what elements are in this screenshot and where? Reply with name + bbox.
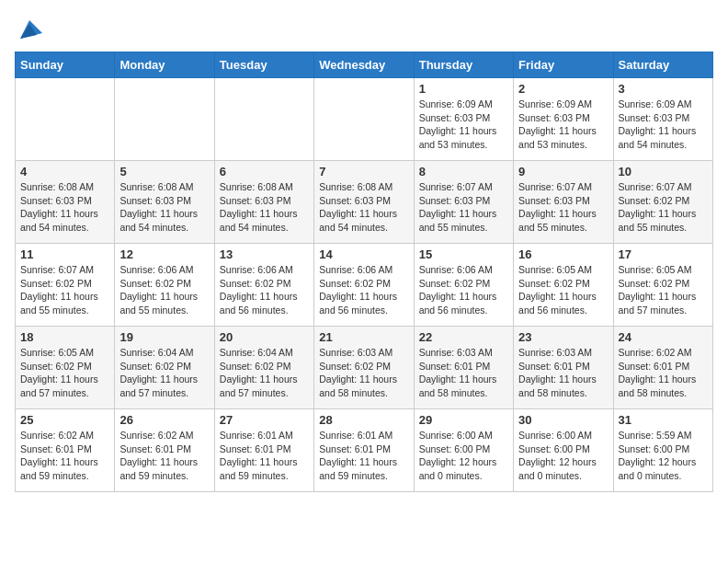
calendar-cell: 20Sunrise: 6:04 AMSunset: 6:02 PMDayligh… [214, 327, 313, 409]
calendar-cell: 13Sunrise: 6:06 AMSunset: 6:02 PMDayligh… [214, 244, 313, 327]
calendar-cell [16, 78, 115, 161]
day-info: Sunrise: 6:06 AMSunset: 6:02 PMDaylight:… [319, 263, 408, 317]
day-info: Sunrise: 6:08 AMSunset: 6:03 PMDaylight:… [20, 180, 109, 235]
calendar-week-row: 1Sunrise: 6:09 AMSunset: 6:03 PMDaylight… [16, 78, 713, 161]
day-number: 21 [319, 330, 408, 344]
day-number: 25 [20, 413, 109, 427]
day-info: Sunrise: 6:00 AMSunset: 6:00 PMDaylight:… [419, 429, 508, 483]
day-info: Sunrise: 6:08 AMSunset: 6:03 PMDaylight:… [220, 180, 309, 235]
calendar-cell: 10Sunrise: 6:07 AMSunset: 6:02 PMDayligh… [613, 161, 712, 244]
calendar-cell: 17Sunrise: 6:05 AMSunset: 6:02 PMDayligh… [613, 244, 712, 327]
day-number: 5 [119, 165, 209, 178]
day-info: Sunrise: 6:07 AMSunset: 6:03 PMDaylight:… [419, 180, 508, 235]
day-info: Sunrise: 6:03 AMSunset: 6:01 PMDaylight:… [518, 346, 608, 400]
day-number: 23 [518, 330, 608, 344]
calendar-cell: 5Sunrise: 6:08 AMSunset: 6:03 PMDaylight… [115, 161, 214, 244]
day-info: Sunrise: 6:03 AMSunset: 6:02 PMDaylight:… [319, 346, 408, 400]
day-info: Sunrise: 6:01 AMSunset: 6:01 PMDaylight:… [220, 429, 309, 483]
day-info: Sunrise: 6:07 AMSunset: 6:03 PMDaylight:… [518, 180, 608, 235]
calendar-cell: 14Sunrise: 6:06 AMSunset: 6:02 PMDayligh… [314, 244, 414, 327]
day-info: Sunrise: 6:08 AMSunset: 6:03 PMDaylight:… [119, 180, 209, 235]
weekday-header-row: SundayMondayTuesdayWednesdayThursdayFrid… [16, 52, 713, 78]
day-info: Sunrise: 6:05 AMSunset: 6:02 PMDaylight:… [619, 263, 708, 317]
calendar-cell: 27Sunrise: 6:01 AMSunset: 6:01 PMDayligh… [214, 409, 313, 492]
day-info: Sunrise: 6:08 AMSunset: 6:03 PMDaylight:… [319, 180, 408, 235]
calendar-cell: 1Sunrise: 6:09 AMSunset: 6:03 PMDaylight… [414, 78, 513, 161]
day-info: Sunrise: 6:02 AMSunset: 6:01 PMDaylight:… [119, 429, 209, 483]
day-info: Sunrise: 6:02 AMSunset: 6:01 PMDaylight:… [619, 346, 708, 400]
calendar-week-row: 25Sunrise: 6:02 AMSunset: 6:01 PMDayligh… [16, 409, 713, 492]
day-number: 1 [419, 82, 508, 96]
calendar-cell: 4Sunrise: 6:08 AMSunset: 6:03 PMDaylight… [16, 161, 115, 244]
calendar-cell: 7Sunrise: 6:08 AMSunset: 6:03 PMDaylight… [314, 161, 414, 244]
day-number: 10 [619, 165, 708, 178]
calendar-cell: 9Sunrise: 6:07 AMSunset: 6:03 PMDaylight… [514, 161, 613, 244]
day-number: 8 [419, 165, 508, 178]
day-info: Sunrise: 6:00 AMSunset: 6:00 PMDaylight:… [518, 429, 608, 483]
calendar-table: SundayMondayTuesdayWednesdayThursdayFrid… [15, 52, 713, 492]
calendar-cell: 28Sunrise: 6:01 AMSunset: 6:01 PMDayligh… [314, 409, 414, 492]
calendar-cell [214, 78, 313, 161]
calendar-cell: 29Sunrise: 6:00 AMSunset: 6:00 PMDayligh… [414, 409, 513, 492]
calendar-cell: 16Sunrise: 6:05 AMSunset: 6:02 PMDayligh… [514, 244, 613, 327]
calendar-cell: 3Sunrise: 6:09 AMSunset: 6:03 PMDaylight… [613, 78, 712, 161]
calendar-cell [314, 78, 414, 161]
calendar-cell: 2Sunrise: 6:09 AMSunset: 6:03 PMDaylight… [514, 78, 613, 161]
calendar-cell: 24Sunrise: 6:02 AMSunset: 6:01 PMDayligh… [613, 327, 712, 409]
day-number: 28 [319, 413, 408, 427]
day-number: 29 [419, 413, 508, 427]
day-info: Sunrise: 6:04 AMSunset: 6:02 PMDaylight:… [119, 346, 209, 400]
day-number: 19 [119, 330, 209, 344]
day-number: 13 [220, 247, 309, 261]
day-number: 2 [518, 82, 608, 96]
day-number: 26 [119, 413, 209, 427]
day-info: Sunrise: 6:05 AMSunset: 6:02 PMDaylight:… [518, 263, 608, 317]
calendar-cell: 12Sunrise: 6:06 AMSunset: 6:02 PMDayligh… [115, 244, 214, 327]
day-info: Sunrise: 6:09 AMSunset: 6:03 PMDaylight:… [619, 98, 708, 152]
day-number: 9 [518, 165, 608, 178]
day-number: 31 [619, 413, 708, 427]
calendar-cell: 18Sunrise: 6:05 AMSunset: 6:02 PMDayligh… [16, 327, 115, 409]
calendar-cell: 23Sunrise: 6:03 AMSunset: 6:01 PMDayligh… [514, 327, 613, 409]
day-number: 14 [319, 247, 408, 261]
page-header [15, 15, 713, 42]
day-info: Sunrise: 6:09 AMSunset: 6:03 PMDaylight:… [419, 98, 508, 152]
calendar-cell: 8Sunrise: 6:07 AMSunset: 6:03 PMDaylight… [414, 161, 513, 244]
day-info: Sunrise: 5:59 AMSunset: 6:00 PMDaylight:… [619, 429, 708, 483]
day-number: 30 [518, 413, 608, 427]
day-info: Sunrise: 6:03 AMSunset: 6:01 PMDaylight:… [419, 346, 508, 400]
weekday-header-monday: Monday [115, 52, 214, 78]
weekday-header-sunday: Sunday [16, 52, 115, 78]
logo [15, 18, 42, 42]
day-info: Sunrise: 6:02 AMSunset: 6:01 PMDaylight:… [20, 429, 109, 483]
day-info: Sunrise: 6:04 AMSunset: 6:02 PMDaylight:… [220, 346, 309, 400]
day-number: 3 [619, 82, 708, 96]
day-info: Sunrise: 6:01 AMSunset: 6:01 PMDaylight:… [319, 429, 408, 483]
day-info: Sunrise: 6:07 AMSunset: 6:02 PMDaylight:… [619, 180, 708, 235]
day-info: Sunrise: 6:06 AMSunset: 6:02 PMDaylight:… [220, 263, 309, 317]
calendar-cell: 26Sunrise: 6:02 AMSunset: 6:01 PMDayligh… [115, 409, 214, 492]
calendar-week-row: 11Sunrise: 6:07 AMSunset: 6:02 PMDayligh… [16, 244, 713, 327]
day-number: 6 [220, 165, 309, 178]
calendar-cell: 19Sunrise: 6:04 AMSunset: 6:02 PMDayligh… [115, 327, 214, 409]
calendar-cell: 31Sunrise: 5:59 AMSunset: 6:00 PMDayligh… [613, 409, 712, 492]
calendar-cell: 30Sunrise: 6:00 AMSunset: 6:00 PMDayligh… [514, 409, 613, 492]
day-number: 7 [319, 165, 408, 178]
day-number: 22 [419, 330, 508, 344]
day-number: 20 [220, 330, 309, 344]
weekday-header-tuesday: Tuesday [214, 52, 313, 78]
day-info: Sunrise: 6:06 AMSunset: 6:02 PMDaylight:… [119, 263, 209, 317]
day-number: 12 [119, 247, 209, 261]
day-info: Sunrise: 6:07 AMSunset: 6:02 PMDaylight:… [20, 263, 109, 317]
day-number: 17 [619, 247, 708, 261]
day-number: 18 [20, 330, 109, 344]
day-number: 11 [20, 247, 109, 261]
day-number: 27 [220, 413, 309, 427]
logo-icon [17, 17, 42, 42]
calendar-cell: 21Sunrise: 6:03 AMSunset: 6:02 PMDayligh… [314, 327, 414, 409]
calendar-cell: 22Sunrise: 6:03 AMSunset: 6:01 PMDayligh… [414, 327, 513, 409]
day-info: Sunrise: 6:05 AMSunset: 6:02 PMDaylight:… [20, 346, 109, 400]
day-number: 24 [619, 330, 708, 344]
weekday-header-saturday: Saturday [613, 52, 712, 78]
calendar-cell: 11Sunrise: 6:07 AMSunset: 6:02 PMDayligh… [16, 244, 115, 327]
